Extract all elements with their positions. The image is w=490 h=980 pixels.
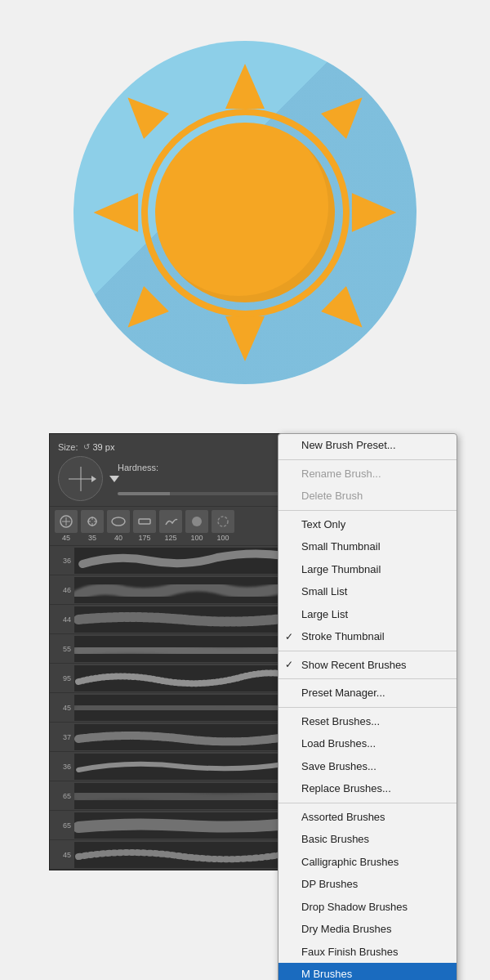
menu-item-label: Delete Brush xyxy=(301,490,363,502)
menu-item[interactable]: Large List xyxy=(278,603,457,626)
brush-panel: Size: ↺ 39 px ⚙ Hardness: xyxy=(49,433,302,870)
menu-item[interactable]: Small List xyxy=(278,580,457,603)
menu-item-label: Load Brushes... xyxy=(301,737,376,750)
brush-thumb-7[interactable]: 100 xyxy=(212,510,234,542)
menu-item[interactable]: Small Thumbnail xyxy=(278,535,457,558)
brush-icon-7 xyxy=(212,510,234,533)
brush-row-10[interactable]: 65 xyxy=(50,811,293,840)
panel-top: Size: ↺ 39 px ⚙ Hardness: xyxy=(50,434,301,507)
menu-item-label: Text Only xyxy=(301,518,345,530)
menu-item-label: Show Recent Brushes xyxy=(301,659,407,671)
menu-item[interactable]: Delete Brush xyxy=(278,485,457,508)
menu-item[interactable]: Save Brushes... xyxy=(278,755,457,778)
brush-row-11[interactable]: 45 xyxy=(50,840,293,870)
hardness-triangle xyxy=(109,476,119,482)
menu-item-label: New Brush Preset... xyxy=(301,439,396,451)
refresh-icon: ↺ xyxy=(83,442,90,451)
brush-row-5[interactable]: 95 xyxy=(50,664,293,693)
size-value: 39 px xyxy=(92,442,114,452)
brush-thumb-5[interactable]: 125 xyxy=(159,510,182,542)
brush-icon-4 xyxy=(133,510,156,533)
menu-item-label: Rename Brush... xyxy=(301,468,381,480)
menu-divider xyxy=(278,678,457,679)
menu-item[interactable]: Replace Brushes... xyxy=(278,777,457,800)
brush-icon-3 xyxy=(107,510,130,533)
menu-item-label: Preset Manager... xyxy=(301,687,385,699)
menu-divider xyxy=(278,510,457,511)
menu-item[interactable]: Basic Brushes xyxy=(278,828,457,851)
brush-num-5: 125 xyxy=(164,534,176,542)
brush-thumb-6[interactable]: 100 xyxy=(185,510,208,542)
menu-item-label: Large List xyxy=(301,608,348,620)
menu-item[interactable]: Large Thumbnail xyxy=(278,558,457,581)
photoshop-section: Size: ↺ 39 px ⚙ Hardness: xyxy=(0,425,490,895)
hardness-label: Hardness: xyxy=(118,463,293,472)
menu-item[interactable]: Reset Brushes... xyxy=(278,710,457,733)
menu-divider xyxy=(278,707,457,708)
brush-list-area: 36 46 xyxy=(50,546,301,870)
menu-item-label: M Brushes xyxy=(301,968,352,980)
brush-row-8[interactable]: 36 xyxy=(50,752,293,781)
menu-item-label: Replace Brushes... xyxy=(301,782,391,794)
menu-item[interactable]: ✓Stroke Thumbnail xyxy=(278,625,457,648)
hardness-column: Hardness: xyxy=(118,463,293,495)
menu-item[interactable]: New Brush Preset... xyxy=(278,434,457,457)
svg-point-11 xyxy=(218,517,228,526)
brush-num-7: 100 xyxy=(216,534,229,542)
menu-item[interactable]: Dry Media Brushes xyxy=(278,918,457,941)
brush-icon-2 xyxy=(81,510,104,533)
menu-divider xyxy=(278,651,457,651)
menu-item[interactable]: Calligraphic Brushes xyxy=(278,851,457,874)
brush-num-4: 175 xyxy=(138,534,150,542)
menu-divider xyxy=(278,459,457,460)
brush-thumb-4[interactable]: 175 xyxy=(133,510,156,542)
brush-grid: 45 35 40 175 xyxy=(50,507,301,546)
brush-row-1[interactable]: 36 xyxy=(50,546,293,575)
menu-item-label: Large Thumbnail xyxy=(301,563,381,575)
menu-item[interactable]: Text Only xyxy=(278,513,457,536)
brush-row-6[interactable]: 45 xyxy=(50,693,293,723)
brush-num-6: 100 xyxy=(190,534,203,542)
brush-thumb-1[interactable]: 45 xyxy=(55,510,78,542)
menu-item-label: Calligraphic Brushes xyxy=(301,856,399,868)
hardness-slider[interactable] xyxy=(118,492,293,495)
brush-row-4[interactable]: 55 xyxy=(50,634,293,664)
brush-preview xyxy=(58,456,103,501)
brush-row-7[interactable]: 37 xyxy=(50,723,293,752)
context-menu: New Brush Preset...Rename Brush...Delete… xyxy=(278,433,457,980)
menu-item[interactable]: DP Brushes xyxy=(278,873,457,896)
arrow-indicator xyxy=(91,476,96,482)
brush-row-2[interactable]: 46 xyxy=(50,575,293,605)
menu-item-label: Small Thumbnail xyxy=(301,540,381,553)
menu-item[interactable]: M Brushes xyxy=(278,963,457,980)
menu-item-label: Drop Shadow Brushes xyxy=(301,901,408,913)
brush-row-9[interactable]: 65 xyxy=(50,781,293,811)
sun-icon-section xyxy=(0,0,490,425)
checkmark-icon: ✓ xyxy=(285,657,293,672)
menu-item[interactable]: ✓Show Recent Brushes xyxy=(278,654,457,677)
svg-point-8 xyxy=(112,517,125,526)
brush-thumb-3[interactable]: 40 xyxy=(107,510,130,542)
brush-icon-5 xyxy=(159,510,182,533)
menu-divider xyxy=(278,803,457,803)
menu-item[interactable]: Faux Finish Brushes xyxy=(278,941,457,964)
menu-item[interactable]: Load Brushes... xyxy=(278,732,457,755)
menu-item-label: Basic Brushes xyxy=(301,833,369,845)
brush-list: 36 46 xyxy=(50,546,293,870)
menu-item[interactable]: Rename Brush... xyxy=(278,463,457,486)
crosshair xyxy=(69,467,93,491)
brush-thumb-2[interactable]: 35 xyxy=(81,510,104,542)
brush-num-1: 45 xyxy=(62,534,70,542)
menu-item-label: DP Brushes xyxy=(301,878,358,890)
sun-circle xyxy=(74,41,416,384)
brush-icon-6 xyxy=(185,510,208,533)
size-label: Size: xyxy=(58,442,78,452)
menu-item-label: Faux Finish Brushes xyxy=(301,946,399,958)
menu-item-label: Dry Media Brushes xyxy=(301,923,392,935)
menu-item[interactable]: Assorted Brushes xyxy=(278,806,457,829)
menu-item[interactable]: Drop Shadow Brushes xyxy=(278,896,457,919)
brush-num-2: 35 xyxy=(88,534,96,542)
brush-row-3[interactable]: 44 xyxy=(50,605,293,634)
brush-num-3: 40 xyxy=(114,534,122,542)
menu-item[interactable]: Preset Manager... xyxy=(278,682,457,705)
